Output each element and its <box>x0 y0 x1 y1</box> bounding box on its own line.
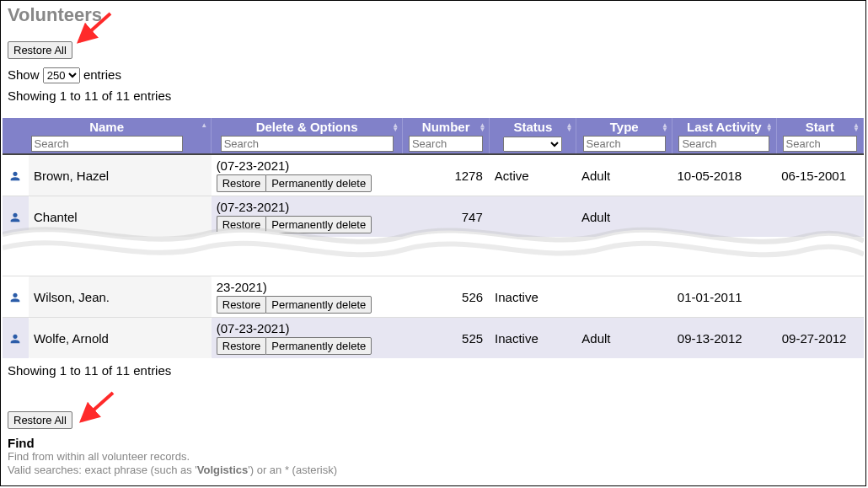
info-text-bottom: Showing 1 to 11 of 11 entries <box>8 363 865 378</box>
col-header-stat[interactable]: Status ▲▼ <box>490 118 576 154</box>
col-select-status[interactable] <box>503 137 562 152</box>
cell-name: Brown, Hazel <box>29 154 212 196</box>
col-label-del: Delete & Options <box>215 120 399 134</box>
cell-name: Wolfe, Arnold <box>29 318 212 359</box>
col-header-del[interactable]: Delete & Options ▲▼ <box>212 118 403 154</box>
delete-date: 23-2021) <box>217 280 398 294</box>
cell-start: 09-27-2012 <box>777 318 864 359</box>
volunteers-table: Name ▲ Delete & Options ▲▼ Number ▲▼ <box>3 118 864 237</box>
person-icon <box>8 168 22 182</box>
page-title: Volunteers <box>8 4 865 26</box>
restore-button[interactable]: Restore <box>217 174 266 192</box>
cell-name: Chantel <box>29 196 212 238</box>
restore-button[interactable]: Restore <box>217 296 266 314</box>
col-search-name[interactable] <box>31 136 183 152</box>
cell-last-activity: 01-01-2011 <box>672 276 777 318</box>
restore-button[interactable]: Restore <box>217 216 266 233</box>
sort-icon: ▲▼ <box>392 123 399 131</box>
table-row[interactable]: Wolfe, Arnold (07-23-2021) RestorePerman… <box>3 318 864 359</box>
permanently-delete-button[interactable]: Permanently delete <box>265 337 372 355</box>
show-label-post: entries <box>83 67 121 82</box>
col-label-name: Name <box>6 120 207 134</box>
permanently-delete-button[interactable]: Permanently delete <box>265 174 372 192</box>
volunteers-table-cont: Wilson, Jean. 23-2021) RestorePermanentl… <box>3 276 864 358</box>
cell-status: Inactive <box>490 318 576 359</box>
table-row[interactable]: Brown, Hazel (07-23-2021) RestorePermane… <box>3 154 864 196</box>
find-sub2: Valid searches: exact phrase (such as 'V… <box>8 464 865 477</box>
col-header-type[interactable]: Type ▲▼ <box>576 118 672 154</box>
entries-select[interactable]: 250 <box>43 67 80 83</box>
cell-start: 06-15-2001 <box>776 154 863 196</box>
delete-date: (07-23-2021) <box>217 158 398 173</box>
col-label-num: Number <box>406 120 485 134</box>
cell-number: 525 <box>403 318 490 359</box>
sort-icon: ▲ <box>201 123 207 127</box>
col-header-num[interactable]: Number ▲▼ <box>403 118 490 154</box>
sort-icon: ▲▼ <box>566 123 573 131</box>
col-search-del[interactable] <box>221 136 394 152</box>
col-search-num[interactable] <box>409 136 484 152</box>
col-label-start: Start <box>780 120 860 134</box>
cell-last-activity <box>672 196 776 238</box>
cell-status <box>490 196 576 238</box>
table-row[interactable]: Wilson, Jean. 23-2021) RestorePermanentl… <box>3 276 864 318</box>
col-search-last[interactable] <box>678 136 769 152</box>
col-header-icon[interactable]: Name ▲ <box>3 118 212 154</box>
find-sub1: Find from within all volunteer records. <box>8 450 865 464</box>
cell-number: 747 <box>403 196 490 238</box>
cell-type: Adult <box>576 318 672 359</box>
col-header-last[interactable]: Last Activity ▲▼ <box>672 118 776 154</box>
cell-number: 1278 <box>403 154 490 196</box>
cell-delete-options: (07-23-2021) RestorePermanently delete <box>212 154 403 196</box>
col-search-type[interactable] <box>583 136 666 152</box>
permanently-delete-button[interactable]: Permanently delete <box>265 216 372 233</box>
delete-date: (07-23-2021) <box>217 321 398 335</box>
cell-start <box>776 196 863 238</box>
cell-last-activity: 10-05-2018 <box>672 154 776 196</box>
show-label-pre: Show <box>8 67 40 82</box>
person-icon <box>8 209 22 223</box>
delete-date: (07-23-2021) <box>217 200 398 214</box>
cell-status: Inactive <box>490 276 576 318</box>
col-label-type: Type <box>580 120 668 134</box>
find-title: Find <box>8 436 865 450</box>
restore-button[interactable]: Restore <box>217 337 266 355</box>
col-search-start[interactable] <box>783 136 858 152</box>
cell-type: Adult <box>576 154 672 196</box>
cell-last-activity: 09-13-2012 <box>672 318 777 359</box>
cell-delete-options: (07-23-2021) RestorePermanently delete <box>212 196 403 238</box>
col-label-last: Last Activity <box>676 120 773 134</box>
sort-icon: ▲▼ <box>766 123 773 131</box>
person-icon <box>8 330 22 345</box>
cell-type: Adult <box>576 196 672 238</box>
table-row[interactable]: Chantel (07-23-2021) RestorePermanently … <box>3 196 864 238</box>
restore-all-button-bottom[interactable]: Restore All <box>8 411 72 429</box>
col-header-start[interactable]: Start ▲▼ <box>776 118 863 154</box>
sort-icon: ▲▼ <box>479 123 485 131</box>
permanently-delete-button[interactable]: Permanently delete <box>265 296 372 314</box>
info-text-top: Showing 1 to 11 of 11 entries <box>8 88 865 103</box>
person-icon <box>8 289 22 303</box>
restore-all-button-top[interactable]: Restore All <box>8 41 72 59</box>
cell-status: Active <box>490 154 576 196</box>
cell-number: 526 <box>403 276 490 318</box>
cell-type <box>576 276 672 318</box>
cell-start <box>777 276 864 318</box>
sort-icon: ▲▼ <box>662 123 668 131</box>
sort-icon: ▲▼ <box>853 123 860 131</box>
cell-delete-options: 23-2021) RestorePermanently delete <box>212 276 403 318</box>
cell-delete-options: (07-23-2021) RestorePermanently delete <box>212 318 403 359</box>
cell-name: Wilson, Jean. <box>29 276 212 318</box>
col-label-stat: Status <box>493 120 572 134</box>
